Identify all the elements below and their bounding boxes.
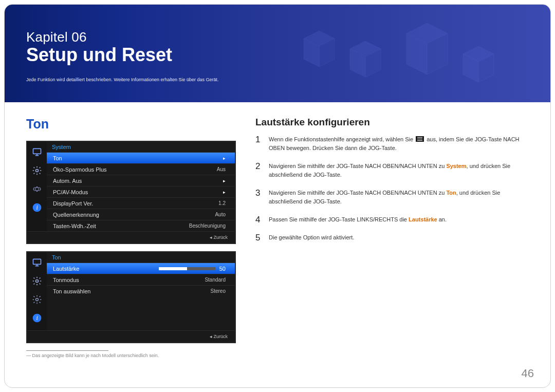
svg-text:i: i [36,315,38,322]
left-column: Ton i System Ton▸Öko-Sparmodus PlusAusAu… [26,117,237,358]
osd-row-label: Ton [53,155,62,161]
osd-row-label: Quellenerkennung [53,212,99,218]
svg-rect-16 [33,259,41,264]
osd-row-label: Autom. Aus [53,178,82,184]
svg-point-13 [36,170,39,172]
svg-text:i: i [36,204,38,211]
gear-icon [31,293,43,306]
osd-row-value: Aus [217,166,226,172]
keyword: Ton [446,190,456,196]
osd-back-label: Zurück [27,231,235,243]
svg-rect-12 [33,148,41,154]
osd-header: System [47,142,235,152]
info-icon: i [31,201,43,214]
step-text: Passen Sie mithilfe der JOG-Taste LINKS/… [269,215,447,224]
osd-row-label: Tasten-Wdh.-Zeit [53,223,96,229]
step-text: Navigieren Sie mithilfe der JOG-Taste NA… [269,189,529,206]
osd-row-label: Öko-Sparmodus Plus [53,166,107,173]
info-icon: i [31,312,43,324]
chapter-banner: Kapitel 06 Setup und Reset Jede Funktion… [5,5,550,102]
osd-row-value: Stereo [211,288,226,294]
osd-row: Tasten-Wdh.-ZeitBeschleunigung [47,220,235,231]
osd-back-label: Zurück [27,330,235,342]
svg-point-17 [36,280,39,283]
gear-icon [31,183,43,195]
monitor-icon [31,146,43,158]
osd-row: Lautstärke50 [47,263,235,274]
osd-row-label: Tonmodus [53,277,79,283]
footnote-rule [26,350,108,351]
step-number: 4 [255,215,263,224]
keyword: System [446,163,466,169]
osd-row-label: DisplayPort Ver. [53,200,93,207]
right-column: Lautstärke konfigurieren 1Wenn die Funkt… [255,117,529,358]
volume-slider: 50 [159,266,226,272]
section-heading-ton: Ton [26,117,237,132]
banner-decor-cubes [273,23,509,95]
footnote-text: Das angezeigte Bild kann je nach Modell … [26,353,237,358]
osd-row: Autom. Aus▸ [47,175,235,186]
step-number: 2 [255,162,263,171]
osd-header: Ton [47,252,235,263]
osd-row: DisplayPort Ver.1.2 [47,197,235,209]
step: 4Passen Sie mithilfe der JOG-Taste LINKS… [255,215,529,224]
settings-icon [31,275,43,287]
step: 2Navigieren Sie mithilfe der JOG-Taste N… [255,162,529,179]
page-frame: Kapitel 06 Setup und Reset Jede Funktion… [4,4,551,388]
page-number: 46 [522,367,534,380]
osd-row: Ton▸ [47,152,235,163]
osd-row: QuellenerkennungAuto [47,209,235,220]
osd-ton-menu: i Ton Lautstärke50TonmodusStandardTon au… [26,251,236,343]
step: 5Die gewählte Option wird aktiviert. [255,233,529,242]
osd-row-value: Beschleunigung [189,223,226,229]
osd-row: TonmodusStandard [47,274,235,285]
osd-system-menu: i System Ton▸Öko-Sparmodus PlusAusAutom.… [26,141,236,244]
chapter-subtitle: Jede Funktion wird detailliert beschrieb… [26,77,529,82]
step-number: 5 [255,233,263,242]
svg-point-18 [36,298,39,301]
osd-row-value: Auto [215,212,226,217]
content-area: Ton i System Ton▸Öko-Sparmodus PlusAusAu… [5,102,550,363]
chevron-right-icon: ▸ [223,190,226,195]
osd-row: PC/AV-Modus▸ [47,186,235,197]
osd-sidebar: i [27,142,47,231]
osd-row: Ton auswählenStereo [47,285,235,296]
settings-icon [31,164,43,177]
osd-row-label: PC/AV-Modus [53,189,88,195]
keyword: Lautstärke [409,216,437,222]
osd-row-value: 1.2 [218,200,226,206]
step-text: Die gewählte Option wird aktiviert. [269,233,354,242]
chevron-right-icon: ▸ [223,156,226,161]
chevron-right-icon: ▸ [223,178,226,183]
step: 1Wenn die Funktionstastenhilfe angezeigt… [255,135,529,153]
osd-row-label: Lautstärke [53,266,79,272]
step-number: 3 [255,189,263,197]
monitor-icon [31,256,43,269]
osd-row-value: Standard [205,277,226,283]
steps-list: 1Wenn die Funktionstastenhilfe angezeigt… [255,135,529,242]
step-number: 1 [255,135,263,144]
step-text: Navigieren Sie mithilfe der JOG-Taste NA… [269,162,529,179]
osd-sidebar: i [27,252,47,330]
menu-icon [416,136,424,142]
step-text: Wenn die Funktionstastenhilfe angezeigt … [269,135,529,153]
osd-row-label: Ton auswählen [53,288,90,294]
osd-row: Öko-Sparmodus PlusAus [47,163,235,175]
section-heading-lautstaerke: Lautstärke konfigurieren [255,117,529,128]
step: 3Navigieren Sie mithilfe der JOG-Taste N… [255,189,529,206]
